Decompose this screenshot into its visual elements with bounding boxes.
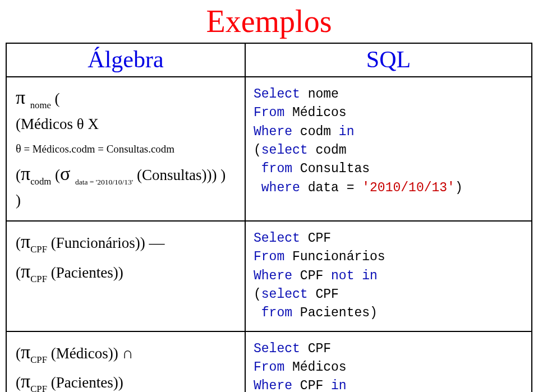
col: data = [308, 181, 362, 195]
slide: Exemplos Álgebra SQL π nome ( (Médicos θ… [0, 0, 538, 392]
pi-sub: CPF [30, 354, 47, 365]
literal: '2010/10/13' [362, 181, 455, 195]
tbl: Médicos [292, 105, 347, 120]
paren: ( [254, 287, 261, 302]
col: CPF [308, 231, 331, 246]
intersect-op: ∩ [122, 344, 133, 362]
sql-cell: Select CPF From Médicos Where CPF in (se… [246, 332, 531, 392]
algebra-cell: π nome ( (Médicos θ X θ = Médicos.codm =… [7, 77, 246, 220]
kw-where: where [261, 181, 308, 195]
sql-code-2: Select CPF From Funcionários Where CPF n… [246, 222, 531, 331]
pi-symbol: π [21, 231, 30, 252]
kw-in: in [331, 379, 347, 392]
kw-select: select [261, 287, 316, 302]
pi-symbol: π [16, 87, 30, 108]
minus-op: — [149, 234, 164, 251]
paren: ( [16, 167, 21, 183]
pi-sub: CPF [30, 274, 47, 284]
header-algebra-label: Álgebra [88, 47, 163, 72]
paren: ( [16, 374, 21, 391]
col: CPF [300, 269, 331, 283]
comparison-table: Álgebra SQL π nome ( (Médicos θ X θ = Mé… [6, 43, 532, 392]
text: (Pacientes)) [47, 264, 123, 281]
pi-sub: nome [30, 100, 51, 110]
kw-where: Where [254, 379, 300, 392]
text: (Funcionários)) [47, 234, 149, 251]
pi-symbol: π [21, 342, 30, 362]
algebra-expr-3: (πCPF (Médicos)) ∩ (πCPF (Pacientes)) [7, 332, 245, 392]
algebra-expr-1: π nome ( (Médicos θ X θ = Médicos.codm =… [7, 77, 245, 220]
col: codm [300, 124, 339, 139]
tbl: Consultas [300, 162, 370, 176]
pi-symbol: π [21, 371, 30, 391]
paren: ) [455, 181, 463, 195]
paren: ) [16, 192, 21, 209]
sql-code-3: Select CPF From Médicos Where CPF in (se… [246, 332, 531, 392]
paren: ( [16, 264, 21, 281]
tbl: Médicos [292, 360, 347, 375]
pi-sub: CPF [30, 384, 47, 392]
text: (Consultas))) ) [133, 167, 226, 183]
col: CPF [300, 379, 331, 392]
header-sql-label: SQL [366, 47, 411, 72]
text: = Médicos.codm = Consultas.codm [21, 143, 174, 155]
col: CPF [308, 342, 331, 356]
space [254, 181, 261, 195]
tbl: Pacientes) [300, 306, 378, 320]
paren: ( [16, 345, 21, 362]
tbl: Funcionários [292, 250, 385, 264]
table-row: (πCPF (Funcionários)) — (πCPF (Pacientes… [7, 220, 531, 331]
kw-from: From [254, 360, 292, 375]
space [254, 162, 261, 176]
paren: ( [51, 90, 60, 107]
kw-from: from [261, 162, 300, 176]
header-sql: SQL [246, 44, 531, 76]
pi-sub: CPF [30, 244, 47, 255]
kw-select: Select [254, 231, 308, 246]
algebra-expr-2: (πCPF (Funcionários)) — (πCPF (Pacientes… [7, 222, 245, 294]
kw-select: select [261, 143, 316, 158]
algebra-cell: (πCPF (Médicos)) ∩ (πCPF (Pacientes)) [7, 332, 246, 392]
paren: ( [16, 234, 21, 251]
space [254, 306, 261, 320]
text: (Médicos)) [47, 345, 122, 362]
kw-in: in [339, 124, 355, 139]
kw-notin: not in [331, 269, 378, 283]
pi-symbol: π [21, 163, 30, 184]
col: codm [315, 143, 346, 158]
sigma-symbol: σ [60, 163, 75, 184]
text: ( [51, 167, 60, 183]
table-header-row: Álgebra SQL [7, 44, 531, 76]
sql-cell: Select nome From Médicos Where codm in (… [246, 77, 531, 220]
header-algebra: Álgebra [7, 44, 246, 76]
sql-code-1: Select nome From Médicos Where codm in (… [246, 77, 531, 205]
algebra-cell: (πCPF (Funcionários)) — (πCPF (Pacientes… [7, 222, 246, 331]
kw-where: Where [254, 124, 300, 139]
kw-where: Where [254, 269, 300, 283]
text: (Médicos [16, 116, 77, 132]
sql-cell: Select CPF From Funcionários Where CPF n… [246, 222, 531, 331]
kw-select: Select [254, 342, 308, 356]
pi-symbol: π [21, 261, 30, 282]
slide-title: Exemplos [0, 0, 538, 43]
pi-sub: codm [30, 176, 51, 187]
col: CPF [315, 287, 338, 302]
theta-symbol: θ [16, 142, 21, 155]
sigma-sub: data = '2010/10/13' [75, 178, 133, 186]
kw-from: From [254, 105, 292, 120]
table-row: π nome ( (Médicos θ X θ = Médicos.codm =… [7, 76, 531, 220]
kw-from: from [261, 306, 300, 320]
theta-symbol: θ [77, 116, 84, 132]
kw-select: Select [254, 87, 308, 102]
paren: ( [254, 143, 261, 158]
kw-from: From [254, 250, 292, 264]
table-row: (πCPF (Médicos)) ∩ (πCPF (Pacientes)) Se… [7, 331, 531, 392]
col: nome [308, 87, 339, 102]
text: (Pacientes)) [47, 374, 123, 391]
text: X [84, 116, 99, 132]
